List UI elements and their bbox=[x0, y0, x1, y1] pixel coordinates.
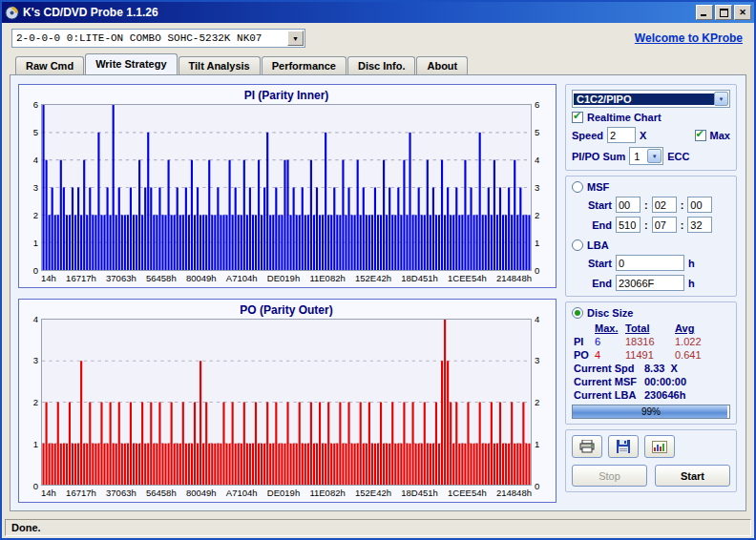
stats-header-avg: Avg bbox=[675, 322, 717, 334]
pi-yaxis-left: 6543210 bbox=[25, 104, 41, 271]
title-bar: K's CD/DVD Probe 1.1.26 ✕ bbox=[2, 2, 754, 23]
print-button[interactable] bbox=[572, 435, 602, 458]
lba-start-input[interactable] bbox=[616, 255, 684, 271]
minimize-button[interactable] bbox=[696, 5, 713, 20]
progress-text: 99% bbox=[573, 405, 729, 418]
current-lba-label: Current LBA bbox=[574, 389, 644, 401]
current-msf-label: Current MSF bbox=[574, 376, 644, 387]
pipo-sum-value: 1 bbox=[631, 151, 647, 162]
msf-sep3: : bbox=[644, 219, 648, 231]
floppy-icon bbox=[617, 440, 630, 453]
pi-xaxis-labels: 14h16717h37063h56458h80049hA7104hDE019h1… bbox=[41, 271, 532, 284]
max-speed-label: Max bbox=[710, 130, 730, 141]
po-yaxis-left: 43210 bbox=[25, 319, 41, 486]
start-button[interactable]: Start bbox=[655, 465, 730, 487]
msf-end-label: End bbox=[585, 219, 612, 231]
lba-end-unit: h bbox=[688, 278, 695, 289]
status-text: Done. bbox=[5, 519, 751, 536]
stats-group: Disc Size Max. Total Avg PI 6 18316 1.02… bbox=[565, 301, 737, 425]
progress-bar: 99% bbox=[572, 405, 730, 419]
stop-button[interactable]: Stop bbox=[572, 465, 647, 487]
chart-mode-group: C1C2/PIPO ▼ Realtime Chart Speed X Max bbox=[565, 84, 737, 171]
current-status: Current Spd 8.33 X Current MSF 00:00:00 … bbox=[574, 363, 730, 401]
stats-header-max: Max. bbox=[595, 322, 625, 334]
welcome-link[interactable]: Welcome to KProbe bbox=[635, 31, 743, 45]
msf-radio[interactable] bbox=[572, 181, 583, 193]
stats-po-avg: 0.641 bbox=[675, 349, 717, 361]
drive-select[interactable]: 2-0-0-0 0:LITE-ON COMBO SOHC-5232K NK07 … bbox=[11, 29, 305, 48]
pi-chart-title: PI (Parity Inner) bbox=[25, 89, 548, 104]
pipo-sum-label: PI/PO Sum bbox=[572, 151, 625, 162]
range-group: MSF Start : : End : : bbox=[565, 176, 737, 297]
msf-start-sec[interactable] bbox=[652, 197, 677, 213]
realtime-chart-label: Realtime Chart bbox=[587, 112, 662, 123]
current-spd-label: Current Spd bbox=[574, 363, 644, 374]
toolbar: 2-0-0-0 0:LITE-ON COMBO SOHC-5232K NK07 … bbox=[2, 23, 754, 53]
drive-select-value: 2-0-0-0 0:LITE-ON COMBO SOHC-5232K NK07 bbox=[12, 32, 287, 44]
po-plot-area bbox=[41, 319, 532, 486]
drive-select-arrow[interactable]: ▼ bbox=[287, 31, 304, 46]
close-button[interactable]: ✕ bbox=[734, 5, 751, 20]
mode-select-value: C1C2/PIPO bbox=[574, 93, 714, 105]
pi-plot-area bbox=[41, 104, 532, 271]
po-xaxis-labels: 14h16717h37063h56458h80049hA7104hDE019h1… bbox=[41, 486, 532, 499]
tab-tilt-analysis[interactable]: Tilt Analysis bbox=[178, 56, 261, 74]
max-speed-checkbox[interactable] bbox=[695, 130, 706, 141]
charts-column: PI (Parity Inner) 6543210 6543210 14h167… bbox=[18, 84, 556, 503]
msf-start-min[interactable] bbox=[616, 197, 640, 213]
current-lba-value: 230646h bbox=[644, 389, 730, 401]
lba-label: LBA bbox=[587, 239, 609, 251]
disc-size-label: Disc Size bbox=[587, 307, 633, 319]
tab-disc-info[interactable]: Disc Info. bbox=[347, 56, 416, 74]
lba-radio[interactable] bbox=[572, 239, 583, 251]
speed-input[interactable] bbox=[607, 127, 636, 143]
realtime-chart-checkbox[interactable] bbox=[572, 112, 583, 123]
control-panel: C1C2/PIPO ▼ Realtime Chart Speed X Max bbox=[565, 84, 737, 503]
speed-unit-label: X bbox=[640, 130, 646, 141]
msf-end-frame[interactable] bbox=[687, 217, 712, 233]
actions-group: Stop Start bbox=[565, 429, 737, 492]
mode-select-arrow-icon[interactable]: ▼ bbox=[714, 92, 728, 106]
msf-end-sec[interactable] bbox=[652, 217, 677, 233]
po-yaxis-right: 43210 bbox=[532, 319, 548, 486]
window-title: K's CD/DVD Probe 1.1.26 bbox=[23, 6, 692, 19]
tab-strip: Raw Cmd Write Strategy Tilt Analysis Per… bbox=[2, 53, 754, 74]
stats-po-total: 11491 bbox=[625, 349, 675, 361]
msf-start-frame[interactable] bbox=[687, 197, 712, 213]
pipo-sum-select[interactable]: 1 ▼ bbox=[629, 147, 663, 165]
pipo-sum-arrow-icon[interactable]: ▼ bbox=[647, 149, 662, 163]
maximize-button[interactable] bbox=[715, 5, 732, 20]
lba-end-input[interactable] bbox=[616, 275, 684, 291]
stats-pi-total: 18316 bbox=[625, 336, 675, 347]
msf-sep1: : bbox=[644, 199, 648, 211]
stats-po-name: PO bbox=[574, 349, 595, 361]
tab-about[interactable]: About bbox=[416, 56, 468, 74]
ecc-label: ECC bbox=[667, 151, 689, 162]
save-button[interactable] bbox=[608, 435, 639, 458]
stats-header-total: Total bbox=[625, 322, 675, 334]
stats-pi-avg: 1.022 bbox=[675, 336, 717, 347]
disc-size-radio[interactable] bbox=[572, 307, 583, 319]
tab-performance[interactable]: Performance bbox=[262, 56, 346, 74]
current-msf-value: 00:00:00 bbox=[644, 376, 730, 387]
stats-table: Max. Total Avg PI 6 18316 1.022 PO 4 114… bbox=[574, 322, 730, 361]
stats-pi-name: PI bbox=[574, 336, 595, 347]
save-chart-image-button[interactable] bbox=[644, 435, 675, 458]
app-icon bbox=[5, 6, 19, 20]
mode-select[interactable]: C1C2/PIPO ▼ bbox=[572, 90, 730, 108]
tab-raw-cmd[interactable]: Raw Cmd bbox=[15, 56, 84, 74]
status-bar: Done. bbox=[2, 517, 754, 538]
write-strategy-page: PI (Parity Inner) 6543210 6543210 14h167… bbox=[10, 74, 746, 511]
tab-write-strategy[interactable]: Write Strategy bbox=[85, 53, 177, 74]
stats-po-max: 4 bbox=[595, 349, 625, 361]
msf-end-min[interactable] bbox=[616, 217, 640, 233]
msf-sep2: : bbox=[681, 199, 684, 211]
lba-start-label: Start bbox=[585, 258, 612, 269]
lba-end-label: End bbox=[585, 278, 612, 289]
po-chart-title: PO (Parity Outer) bbox=[25, 303, 548, 319]
app-window: K's CD/DVD Probe 1.1.26 ✕ 2-0-0-0 0:LITE… bbox=[0, 0, 756, 540]
pi-chart: PI (Parity Inner) 6543210 6543210 14h167… bbox=[18, 84, 556, 288]
po-chart: PO (Parity Outer) 43210 43210 14h16717h3… bbox=[18, 299, 556, 503]
stats-pi-max: 6 bbox=[595, 336, 625, 347]
msf-start-label: Start bbox=[585, 199, 612, 211]
